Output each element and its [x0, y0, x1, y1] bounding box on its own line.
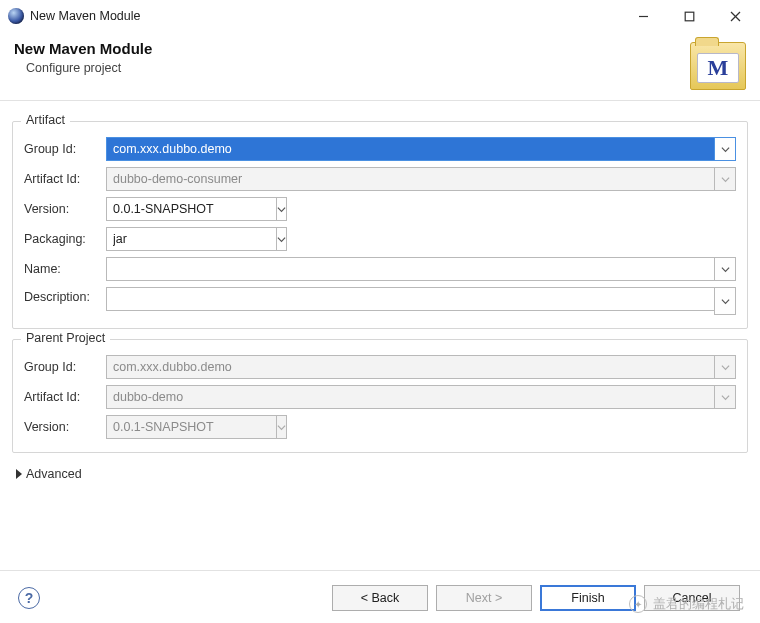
parent-project-group: Parent Project Group Id: Artifact Id:: [12, 339, 748, 453]
chevron-down-icon[interactable]: [714, 287, 736, 315]
chevron-down-icon: [714, 385, 736, 409]
wizard-banner: New Maven Module Configure project M: [0, 32, 760, 100]
group-id-combo[interactable]: [106, 137, 736, 161]
artifact-id-input: [106, 167, 714, 191]
back-button[interactable]: < Back: [332, 585, 428, 611]
artifact-group: Artifact Group Id: Artifact Id:: [12, 121, 748, 329]
maven-folder-icon: M: [690, 42, 746, 90]
chevron-down-icon[interactable]: [714, 137, 736, 161]
chevron-down-icon: [714, 167, 736, 191]
name-label: Name:: [21, 254, 103, 284]
finish-button[interactable]: Finish: [540, 585, 636, 611]
parent-artifact-id-input: [106, 385, 714, 409]
window-title: New Maven Module: [30, 9, 140, 23]
next-button: Next >: [436, 585, 532, 611]
watermark: ✦ 盖君的编程札记: [629, 595, 744, 613]
chevron-down-icon: [714, 355, 736, 379]
parent-artifact-id-combo: [106, 385, 736, 409]
parent-legend: Parent Project: [21, 331, 110, 345]
parent-group-id-input: [106, 355, 714, 379]
parent-version-label: Version:: [21, 412, 103, 442]
banner-subtitle: Configure project: [26, 61, 690, 75]
description-input[interactable]: [106, 287, 714, 311]
title-bar: New Maven Module: [0, 0, 760, 32]
help-button[interactable]: ?: [18, 587, 40, 609]
triangle-right-icon: [16, 469, 22, 479]
advanced-toggle[interactable]: Advanced: [10, 459, 750, 489]
packaging-label: Packaging:: [21, 224, 103, 254]
name-combo[interactable]: [106, 257, 736, 281]
version-label: Version:: [21, 194, 103, 224]
packaging-input[interactable]: [106, 227, 276, 251]
description-label: Description:: [21, 284, 103, 318]
chevron-down-icon[interactable]: [276, 227, 287, 251]
watermark-text: 盖君的编程札记: [653, 595, 744, 613]
banner-separator: [0, 100, 760, 101]
parent-group-id-combo: [106, 355, 736, 379]
version-combo[interactable]: [106, 197, 276, 221]
name-input[interactable]: [106, 257, 714, 281]
parent-version-combo: [106, 415, 276, 439]
artifact-legend: Artifact: [21, 113, 70, 127]
banner-title: New Maven Module: [14, 40, 690, 57]
artifact-id-label: Artifact Id:: [21, 164, 103, 194]
artifact-id-combo: [106, 167, 736, 191]
maximize-button[interactable]: [666, 1, 712, 31]
minimize-button[interactable]: [620, 1, 666, 31]
wechat-icon: ✦: [629, 595, 647, 613]
parent-group-id-label: Group Id:: [21, 352, 103, 382]
group-id-label: Group Id:: [21, 134, 103, 164]
chevron-down-icon[interactable]: [714, 257, 736, 281]
chevron-down-icon: [276, 415, 287, 439]
svg-rect-1: [685, 12, 694, 21]
parent-artifact-id-label: Artifact Id:: [21, 382, 103, 412]
packaging-combo[interactable]: [106, 227, 276, 251]
parent-version-input: [106, 415, 276, 439]
close-button[interactable]: [712, 1, 758, 31]
app-icon: [8, 8, 24, 24]
advanced-label: Advanced: [26, 467, 82, 481]
description-combo[interactable]: [106, 287, 736, 315]
group-id-input[interactable]: [106, 137, 714, 161]
version-input[interactable]: [106, 197, 276, 221]
chevron-down-icon[interactable]: [276, 197, 287, 221]
